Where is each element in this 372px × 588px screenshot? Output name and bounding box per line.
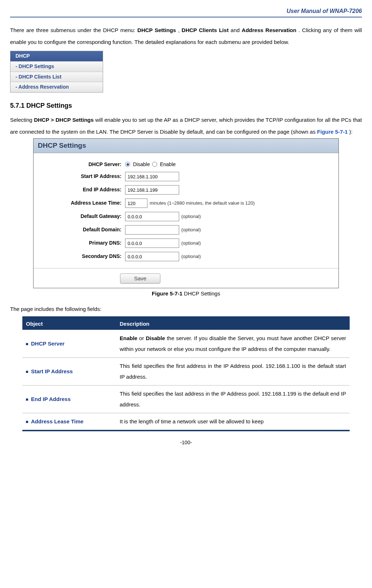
section-intro: Selecting DHCP > DHCP Settings will enab…	[10, 114, 362, 138]
input-sdns[interactable]	[125, 252, 179, 261]
row-start-ip: Start IP Address:	[39, 172, 333, 181]
intro-prefix: There are three submenus under the DHCP …	[10, 27, 137, 33]
caption-bold: Figure 5-7-1	[152, 290, 182, 297]
table-bottom-rule	[22, 430, 350, 431]
row-domain: Default Domain: (optional)	[39, 225, 333, 235]
enable-bold: Enable	[120, 335, 137, 341]
label-lease: Address Lease Time:	[39, 200, 125, 207]
radio-disable-label: Disable	[133, 161, 150, 168]
intro-paragraph: There are three submenus under the DHCP …	[10, 24, 362, 48]
input-gateway[interactable]	[125, 212, 179, 221]
menu-item-dhcp-settings[interactable]: - DHCP Settings	[10, 61, 103, 72]
intro-bold-2: DHCP Clients List	[182, 27, 229, 33]
td-obj-start-ip: Start IP Address	[22, 358, 116, 386]
description-table: Object Description DHCP Server Enable or…	[22, 318, 350, 430]
table-row: End IP Address This field specifies the …	[22, 386, 350, 413]
table-row: DHCP Server Enable or Disable the server…	[22, 330, 350, 358]
bullet-icon	[26, 398, 28, 401]
label-start-ip: Start IP Address:	[39, 173, 125, 180]
input-lease[interactable]	[125, 199, 147, 208]
td-desc-dhcp-server: Enable or Disable the server. If you dis…	[116, 330, 350, 358]
label-gateway: Default Gateway:	[39, 213, 125, 220]
section-p1d: ):	[349, 129, 353, 135]
th-object: Object	[22, 318, 116, 330]
td-desc-start-ip: This field specifies the first address i…	[116, 358, 350, 386]
row-gateway: Default Gateway: (optional)	[39, 212, 333, 221]
description-table-wrap: Object Description DHCP Server Enable or…	[22, 316, 350, 431]
panel-body: DHCP Server: Disable Enable Start IP Add…	[34, 153, 338, 268]
menu-item-address-reservation[interactable]: - Address Reservation	[10, 82, 103, 92]
dhcp-settings-panel: DHCP Settings DHCP Server: Disable Enabl…	[33, 138, 339, 288]
input-pdns[interactable]	[125, 239, 179, 248]
page-number: -100-	[10, 439, 362, 446]
bullet-icon	[26, 421, 28, 423]
td-desc-end-ip: This field specifies the last address in…	[116, 386, 350, 413]
row-pdns: Primary DNS: (optional)	[39, 239, 333, 248]
intro-sep-1: ,	[178, 27, 182, 33]
bullet-icon	[26, 371, 28, 373]
caption-rest: DHCP Settings	[182, 290, 220, 297]
dhcp-menu-header: DHCP	[10, 51, 103, 61]
radio-enable[interactable]	[152, 162, 157, 167]
panel-title: DHCP Settings	[34, 139, 338, 153]
td-desc-lease: It is the length of time a network user …	[116, 413, 350, 430]
menu-item-dhcp-clients[interactable]: - DHCP Clients List	[10, 72, 103, 82]
hint-domain: (optional)	[181, 227, 201, 233]
radio-enable-label: Enable	[160, 161, 176, 168]
td-obj-dhcp-server: DHCP Server	[22, 330, 116, 358]
bullet-icon	[26, 343, 28, 345]
dhcp-menu: DHCP - DHCP Settings - DHCP Clients List…	[10, 51, 103, 92]
label-dhcp-server: DHCP Server:	[39, 161, 125, 168]
hint-sdns: (optional)	[181, 253, 201, 260]
input-end-ip[interactable]	[125, 185, 179, 195]
row-sdns: Secondary DNS: (optional)	[39, 252, 333, 261]
section-p1b: DHCP > DHCP Settings	[34, 117, 94, 123]
row-lease: Address Lease Time: minutes (1~2880 minu…	[39, 199, 333, 208]
section-p1a: Selecting	[10, 117, 34, 123]
header-product-title: User Manual of WNAP-7206	[10, 7, 362, 17]
row-end-ip: End IP Address:	[39, 185, 333, 195]
input-start-ip[interactable]	[125, 172, 179, 181]
radio-disable[interactable]	[125, 162, 130, 167]
hint-lease: minutes (1~2880 minutes, the default val…	[150, 200, 255, 206]
label-end-ip: End IP Address:	[39, 186, 125, 193]
row-dhcp-server: DHCP Server: Disable Enable	[39, 161, 333, 168]
save-button[interactable]: Save	[120, 273, 160, 284]
intro-bold-1: DHCP Settings	[137, 27, 176, 33]
th-description: Description	[116, 318, 350, 330]
label-domain: Default Domain:	[39, 226, 125, 233]
figure-link[interactable]: Figure 5-7-1	[317, 129, 348, 135]
table-row: Address Lease Time It is the length of t…	[22, 413, 350, 430]
figure-caption: Figure 5-7-1 DHCP Settings	[10, 290, 362, 297]
disable-bold: Disable	[146, 335, 165, 341]
intro-bold-3: Address Reservation	[242, 27, 297, 33]
hint-pdns: (optional)	[181, 240, 201, 246]
section-heading: 5.7.1 DHCP Settings	[10, 101, 362, 110]
header-divider	[10, 17, 362, 18]
page-includes-text: The page includes the following fields:	[10, 303, 362, 315]
t1: or	[137, 335, 146, 341]
td-obj-lease: Address Lease Time	[22, 413, 116, 430]
input-domain[interactable]	[125, 225, 179, 235]
td-obj-end-ip: End IP Address	[22, 386, 116, 413]
label-sdns: Secondary DNS:	[39, 253, 125, 260]
hint-gateway: (optional)	[181, 213, 201, 220]
label-pdns: Primary DNS:	[39, 240, 125, 247]
controls-dhcp-server: Disable Enable	[125, 161, 333, 168]
intro-sep-2: and	[231, 27, 242, 33]
panel-footer: Save	[34, 268, 338, 288]
table-row: Start IP Address This field specifies th…	[22, 358, 350, 386]
